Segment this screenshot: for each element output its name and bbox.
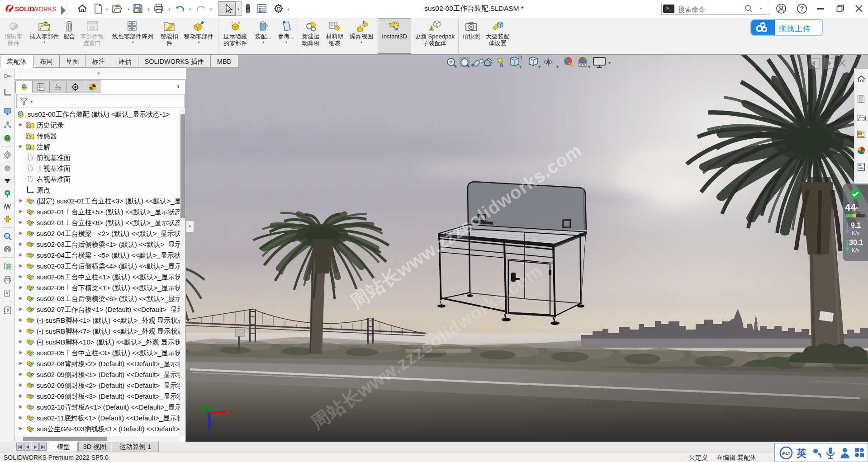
- svg-text:iFLY: iFLY: [782, 451, 791, 456]
- svg-text:WORKS: WORKS: [33, 5, 57, 13]
- svg-text:▼: ▼: [537, 65, 541, 69]
- svg-text:?: ?: [6, 308, 9, 313]
- svg-text:▼: ▼: [555, 65, 560, 69]
- svg-text:A: A: [5, 291, 8, 295]
- svg-text:▼: ▼: [518, 65, 522, 69]
- svg-text:A: A: [28, 146, 30, 149]
- svg-text:▼: ▼: [607, 61, 612, 66]
- svg-text:Z: Z: [207, 432, 211, 438]
- svg-text:!: !: [431, 27, 432, 30]
- svg-text:▼: ▼: [587, 65, 591, 69]
- svg-text:X: X: [230, 409, 234, 415]
- svg-text:?: ?: [800, 5, 804, 12]
- svg-text:SOLID: SOLID: [15, 5, 34, 13]
- svg-text:A: A: [499, 62, 504, 69]
- svg-text:!: !: [139, 10, 140, 13]
